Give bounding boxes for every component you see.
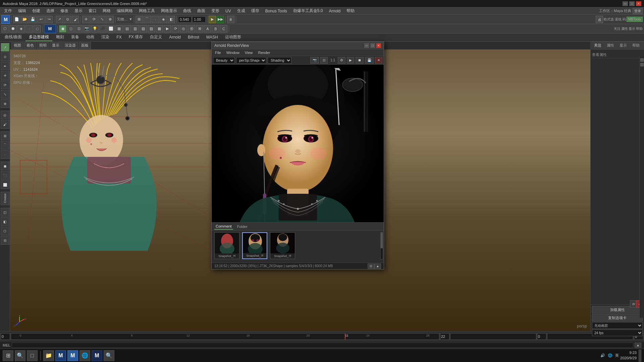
wireframe-btn[interactable]: ⬡ (1, 227, 9, 235)
tab-render[interactable]: 渲染 (98, 34, 113, 41)
universal-tool-btn[interactable]: ⊕ (1, 99, 9, 108)
menu-deform[interactable]: 变形 (209, 7, 222, 14)
menu-bonus[interactable]: Bonus Tools (263, 8, 290, 14)
browser-btn[interactable]: 🌐 (79, 350, 90, 361)
arv-max-btn[interactable]: □ (370, 43, 375, 48)
arv-file-menu[interactable]: File (213, 50, 223, 55)
strip-btn-1[interactable] (640, 58, 644, 62)
display-2[interactable]: ◻ (67, 25, 74, 33)
display-10[interactable]: ▨ (148, 25, 155, 33)
arv-close-btn[interactable]: ✕ (376, 43, 381, 48)
arv-close-view-btn[interactable]: ✕ (375, 57, 382, 64)
menu-curves[interactable]: 曲线 (180, 7, 194, 14)
create-poly-btn[interactable]: ◼ (1, 162, 9, 170)
arv-min-btn[interactable]: ─ (364, 43, 369, 48)
tab-bifrost[interactable]: Bifrost (184, 34, 203, 41)
show-desktop-btn[interactable] (639, 350, 641, 362)
arv-window-menu[interactable]: Window (224, 50, 241, 55)
menu-uv[interactable]: UV (223, 8, 234, 14)
mr-tab-show[interactable]: 显示 (618, 42, 628, 49)
soft-select-btn[interactable]: ◎ (1, 111, 9, 119)
arv-scrollbar[interactable] (380, 232, 383, 259)
mr-tab-attr[interactable]: 属性 (605, 42, 615, 49)
arv-thumb-3[interactable]: Snapshot_7f (270, 232, 295, 259)
tab-motion[interactable]: 运动图形 (222, 34, 245, 41)
arv-cam-btn[interactable]: 📷 (310, 57, 319, 64)
aa-btn[interactable]: A (204, 25, 211, 33)
display-3[interactable]: ⊡ (75, 25, 83, 33)
menu-help[interactable]: 帮助 (344, 7, 357, 14)
tab-arnold[interactable]: Arnold (166, 34, 184, 41)
arv-pause-btn[interactable]: ⏹ (356, 57, 364, 64)
select-tool-btn[interactable]: ↗ (1, 43, 9, 52)
display-1[interactable]: ◼ (59, 25, 66, 33)
scale-btn[interactable]: ⤡ (98, 16, 106, 23)
frame-input-2[interactable] (537, 333, 546, 340)
current-frame-input[interactable]: 22 (440, 333, 449, 340)
tab-custom[interactable]: 自定义 (147, 34, 165, 41)
cam-btn[interactable]: 📷 (83, 25, 91, 33)
arv-zoom-btn[interactable]: ⊡ (368, 263, 374, 269)
btn-label-2[interactable]: 欧式选 退线 码 (604, 17, 626, 22)
arv-collapse-btn[interactable]: ▲ (374, 263, 381, 269)
menu-mesh-tools[interactable]: 网格工具 (136, 7, 158, 14)
display-11[interactable]: ▩ (156, 25, 163, 33)
display-5[interactable]: ⬜ (107, 25, 115, 33)
arv-thumb-2[interactable]: Snapshot_7f (242, 232, 267, 259)
arv-shading-select[interactable]: Shading (268, 57, 291, 64)
arv-folder-tab[interactable]: Folder (236, 224, 249, 229)
search-task-btn[interactable]: 🔍 (104, 350, 114, 361)
vp-panel-btn[interactable]: 面板 (79, 42, 91, 49)
tab-sculpt[interactable]: 雕刻 (53, 34, 67, 41)
lasso-tool-btn[interactable]: ⊙ (1, 52, 9, 61)
arv-export-btn[interactable]: 💾 (365, 57, 374, 64)
anim-btn[interactable]: ▶ (164, 25, 171, 33)
solid-wire-btn[interactable]: ◈ (17, 25, 25, 33)
start-btn[interactable]: ⊞ (3, 350, 13, 361)
menu-modify[interactable]: 修改 (58, 7, 71, 14)
menu-mesh[interactable]: 网格 (100, 7, 113, 14)
menu-window[interactable]: 窗口 (86, 7, 99, 14)
start-frame-input[interactable]: 0 (1, 333, 10, 340)
sys-icon-1[interactable]: 🔊 (600, 353, 605, 358)
timeline-track[interactable]: 0 4 8 12 16 20 22 24 28 (11, 333, 439, 340)
snap-point-btn[interactable]: · (152, 16, 159, 23)
menu-file[interactable]: 文件 (1, 7, 15, 14)
undo-btn[interactable]: ↩ (37, 16, 45, 23)
toolbar-right-4[interactable]: 帮助 (636, 26, 643, 31)
arv-comment-tab[interactable]: Comment (214, 224, 233, 230)
vp-lighting-btn[interactable]: 照明 (37, 42, 49, 49)
tab-rig[interactable]: 装备 (68, 34, 83, 41)
lasso-btn[interactable]: ⊙ (64, 16, 71, 23)
hud-btn[interactable]: ⊞ (196, 25, 203, 33)
toolbar-right-1[interactable]: 关注 (614, 26, 621, 31)
lang-indicator[interactable]: 英 (615, 353, 619, 358)
snap-grid-btn[interactable]: ⊞ (136, 16, 143, 23)
ipr-btn[interactable]: ▶▶ (217, 16, 224, 23)
login-button[interactable]: 登录 (633, 8, 643, 14)
mr-tab-focus[interactable]: 关注 (593, 42, 603, 49)
tab-fx-cache[interactable]: FX 缓存 (125, 34, 147, 41)
bridge-btn[interactable]: ⬜ (1, 180, 9, 189)
mr-tab-help[interactable]: 帮助 (631, 42, 641, 49)
menu-tools[interactable]: 劲爆羊工具金5.0 (290, 7, 326, 14)
arv-shape-select[interactable]: perSp:Shape (236, 57, 266, 64)
arv-play-btn[interactable]: ▶ (347, 57, 354, 64)
layer-select[interactable]: 无动画层 (592, 322, 643, 329)
redo-btn[interactable]: ↪ (45, 16, 53, 23)
vp-renderer-btn[interactable]: 渲染器 (62, 42, 78, 49)
arv-scroll-thumb[interactable] (381, 232, 383, 248)
toolbar-right-2[interactable]: 属性 (621, 26, 628, 31)
menu-generate[interactable]: 生成 (234, 7, 248, 14)
arv-render-menu[interactable]: Render (256, 50, 272, 55)
bb-btn[interactable]: B (212, 25, 219, 33)
new-scene-btn[interactable]: 📄 (13, 16, 20, 23)
toolbar-right-3[interactable]: 显示 (629, 26, 635, 31)
display-8[interactable]: ▥ (131, 25, 139, 33)
paint-btn[interactable]: 🖌 (72, 16, 79, 23)
snap-proj-btn[interactable]: ◈ (160, 16, 167, 23)
strip-btn-2[interactable] (640, 63, 644, 66)
move-btn[interactable]: ✛ (82, 16, 90, 23)
copy-tab-btn[interactable]: 复制选项卡 (592, 314, 643, 321)
cmd-history-btn[interactable]: ▲ (635, 343, 641, 348)
